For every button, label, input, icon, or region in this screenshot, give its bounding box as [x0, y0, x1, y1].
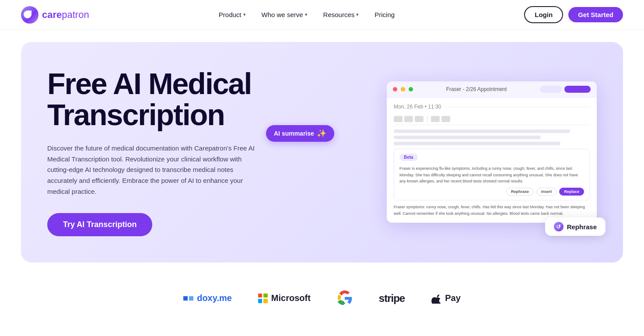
login-button[interactable]: Login	[524, 6, 563, 23]
nav-resources[interactable]: Resources ▾	[317, 7, 365, 22]
mockup-date: Mon, 26 Feb • 11:30	[394, 104, 441, 110]
doxy-square-1	[183, 296, 188, 301]
apple-icon	[431, 293, 441, 304]
window-maximize-dot	[409, 87, 413, 91]
microsoft-grid-icon	[258, 294, 268, 303]
ai-summarise-pill: AI summarise ✨	[266, 125, 334, 142]
window-minimize-dot	[401, 87, 405, 91]
resources-chevron-icon: ▾	[356, 12, 359, 18]
window-close-dot	[393, 87, 397, 91]
mockup-window: Fraser - 2/26 Appointment Mon, 26 Feb • …	[387, 81, 597, 223]
logo-apple-pay: Pay	[431, 293, 461, 304]
rephrase-bubble[interactable]: ↺ Rephrase	[545, 217, 606, 236]
mockup-body: Mon, 26 Feb • 11:30 Beta Frase	[387, 98, 597, 223]
google-icon	[337, 290, 353, 306]
logo[interactable]: carepatron	[21, 6, 89, 24]
hero-section: Free AI Medical Transcription Discover t…	[21, 42, 623, 262]
ai-summary-actions: Rephrase Insert Replace	[399, 188, 584, 196]
sparkle-icon: ✨	[317, 129, 326, 138]
doxy-square-2	[189, 296, 193, 301]
hero-left: Free AI Medical Transcription Discover t…	[47, 68, 292, 236]
doxy-text: doxy.me	[197, 293, 232, 303]
rephrase-label: Rephrase	[567, 223, 597, 231]
who-we-serve-chevron-icon: ▾	[305, 12, 308, 18]
nav-who-we-serve[interactable]: Who we serve ▾	[256, 7, 314, 22]
nav-pricing[interactable]: Pricing	[368, 7, 401, 22]
hero-description: Discover the future of medical documenta…	[47, 143, 257, 197]
rephrase-icon: ↺	[554, 222, 564, 231]
ai-summary-text: Fraser is experiencing flu-like symptoms…	[399, 165, 584, 184]
rephrase-button-inner[interactable]: Rephrase	[506, 188, 534, 196]
logos-bar: doxy.me Microsoft stripe Pay	[0, 275, 644, 322]
nav-product[interactable]: Product ▾	[213, 7, 252, 22]
get-started-button[interactable]: Get Started	[568, 7, 623, 22]
second-text-block: Fraser symptoms: runny nose, cough, feve…	[394, 204, 590, 217]
hero-right: AI summarise ✨ Fraser - 2/26 Appointment…	[292, 81, 597, 223]
logo-stripe: stripe	[379, 292, 405, 304]
ai-summary-box: Beta Fraser is experiencing flu-like sym…	[394, 149, 590, 200]
mockup-tab-title: Fraser - 2/26 Appointment	[416, 86, 536, 92]
text-line-1	[394, 130, 570, 133]
insert-button[interactable]: Insert	[536, 188, 557, 196]
text-line-3	[394, 142, 560, 145]
microsoft-text: Microsoft	[271, 293, 311, 303]
logo-text: carepatron	[42, 9, 89, 21]
logo-microsoft: Microsoft	[258, 293, 311, 303]
hero-title: Free AI Medical Transcription	[47, 68, 292, 131]
logo-doxy: doxy.me	[183, 293, 232, 303]
second-text: Fraser symptoms: runny nose, cough, feve…	[394, 204, 590, 217]
mockup-toolbar	[394, 113, 590, 125]
bottom-section: Enhance your work with medical	[0, 322, 644, 336]
logo-google	[337, 290, 353, 306]
product-chevron-icon: ▾	[243, 12, 246, 18]
nav-links: Product ▾ Who we serve ▾ Resources ▾ Pri…	[213, 7, 401, 22]
logo-icon	[21, 6, 38, 24]
replace-button[interactable]: Replace	[559, 188, 584, 196]
doxy-icon	[183, 296, 193, 301]
text-line-2	[394, 136, 541, 139]
mockup-titlebar: Fraser - 2/26 Appointment	[387, 81, 597, 98]
apple-pay-text: Pay	[445, 293, 461, 303]
stripe-text: stripe	[379, 292, 405, 304]
nav-actions: Login Get Started	[524, 6, 623, 23]
beta-badge: Beta	[399, 154, 418, 161]
try-ai-transcription-button[interactable]: Try AI Transcription	[47, 213, 152, 236]
navbar: carepatron Product ▾ Who we serve ▾ Reso…	[0, 0, 644, 30]
